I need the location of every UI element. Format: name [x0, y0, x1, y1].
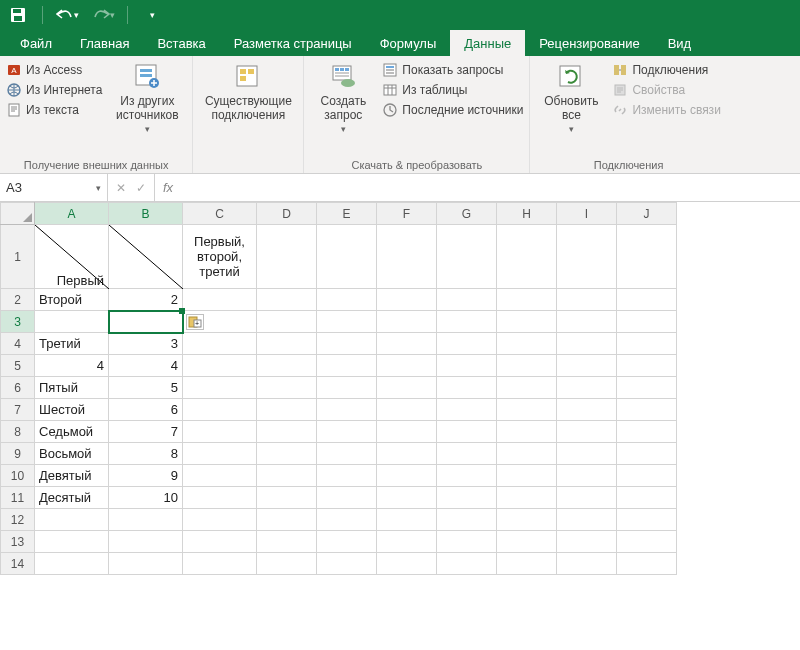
cell[interactable] [617, 531, 677, 553]
cell[interactable] [497, 289, 557, 311]
column-header[interactable]: A [35, 203, 109, 225]
cell[interactable] [437, 355, 497, 377]
cell[interactable] [183, 377, 257, 399]
fill-handle[interactable] [179, 308, 185, 314]
cell[interactable] [497, 377, 557, 399]
cell[interactable] [183, 421, 257, 443]
cell[interactable] [257, 531, 317, 553]
row-header[interactable]: 6 [1, 377, 35, 399]
cell[interactable] [497, 553, 557, 575]
cell[interactable] [557, 487, 617, 509]
cell[interactable] [557, 355, 617, 377]
cell[interactable] [557, 531, 617, 553]
cell[interactable] [557, 289, 617, 311]
from-other-sources-button[interactable]: Из других источников▾ [108, 60, 186, 134]
cell[interactable] [617, 487, 677, 509]
tab-pagelayout[interactable]: Разметка страницы [220, 30, 366, 56]
row-header[interactable]: 13 [1, 531, 35, 553]
recent-sources-button[interactable]: Последние источники [382, 100, 523, 120]
column-header[interactable]: F [377, 203, 437, 225]
cell[interactable]: 6 [109, 399, 183, 421]
cell[interactable] [437, 487, 497, 509]
cell[interactable] [183, 465, 257, 487]
cell[interactable] [317, 553, 377, 575]
cell[interactable]: Первый [35, 225, 109, 289]
cell[interactable] [437, 311, 497, 333]
cell[interactable] [617, 553, 677, 575]
cell[interactable] [183, 399, 257, 421]
row-header[interactable]: 10 [1, 465, 35, 487]
cell[interactable]: 7 [109, 421, 183, 443]
row-header[interactable]: 14 [1, 553, 35, 575]
cell[interactable] [497, 225, 557, 289]
cell[interactable] [437, 509, 497, 531]
cell[interactable] [557, 311, 617, 333]
cell[interactable] [377, 465, 437, 487]
row-header[interactable]: 5 [1, 355, 35, 377]
cell[interactable] [377, 509, 437, 531]
cell[interactable] [617, 465, 677, 487]
worksheet[interactable]: ABCDEFGHIJ1ПервыйПервый, второй, третий2… [0, 202, 800, 575]
cell[interactable] [437, 553, 497, 575]
cell[interactable]: 4 [35, 355, 109, 377]
column-header[interactable]: B [109, 203, 183, 225]
cell[interactable]: 3 [109, 333, 183, 355]
paste-options-icon[interactable]: + [186, 314, 204, 330]
cell[interactable] [257, 311, 317, 333]
tab-data[interactable]: Данные [450, 30, 525, 56]
cell[interactable] [35, 531, 109, 553]
cell[interactable] [497, 355, 557, 377]
cell[interactable] [317, 421, 377, 443]
cell[interactable] [317, 225, 377, 289]
column-header[interactable]: I [557, 203, 617, 225]
cell[interactable] [377, 399, 437, 421]
from-access-button[interactable]: A Из Access [6, 60, 102, 80]
cell[interactable]: Седьмой [35, 421, 109, 443]
cell[interactable] [497, 443, 557, 465]
cell[interactable] [183, 531, 257, 553]
cell[interactable] [257, 553, 317, 575]
cell[interactable] [257, 333, 317, 355]
cell[interactable] [377, 443, 437, 465]
cell[interactable] [257, 377, 317, 399]
cell[interactable] [497, 333, 557, 355]
cell[interactable] [35, 553, 109, 575]
cell[interactable] [437, 399, 497, 421]
cell[interactable]: Первый, второй, третий [183, 225, 257, 289]
row-header[interactable]: 2 [1, 289, 35, 311]
cell[interactable]: Шестой [35, 399, 109, 421]
select-all-corner[interactable] [1, 203, 35, 225]
cell[interactable] [377, 333, 437, 355]
cell[interactable]: Второй [35, 289, 109, 311]
row-header[interactable]: 9 [1, 443, 35, 465]
cell[interactable] [377, 311, 437, 333]
formula-input[interactable] [181, 174, 800, 201]
cell[interactable] [377, 377, 437, 399]
cell[interactable]: 9 [109, 465, 183, 487]
cell[interactable] [257, 443, 317, 465]
from-web-button[interactable]: Из Интернета [6, 80, 102, 100]
fx-label[interactable]: fx [155, 174, 181, 201]
column-header[interactable]: G [437, 203, 497, 225]
from-text-button[interactable]: Из текста [6, 100, 102, 120]
tab-view[interactable]: Вид [654, 30, 706, 56]
cell[interactable] [183, 509, 257, 531]
name-box[interactable]: A3 ▾ [0, 174, 108, 201]
cell[interactable] [183, 443, 257, 465]
cell[interactable] [317, 509, 377, 531]
cell[interactable] [317, 355, 377, 377]
chevron-down-icon[interactable]: ▾ [96, 183, 101, 193]
cell[interactable] [183, 333, 257, 355]
cell[interactable] [617, 399, 677, 421]
cell[interactable] [617, 509, 677, 531]
cell[interactable] [557, 399, 617, 421]
cell[interactable] [437, 289, 497, 311]
cell[interactable] [35, 509, 109, 531]
cell[interactable] [183, 553, 257, 575]
cell[interactable] [317, 333, 377, 355]
cell[interactable] [557, 465, 617, 487]
existing-connections-button[interactable]: Существующие подключения [199, 60, 297, 122]
row-header[interactable]: 1 [1, 225, 35, 289]
cell[interactable] [617, 355, 677, 377]
show-queries-button[interactable]: Показать запросы [382, 60, 523, 80]
